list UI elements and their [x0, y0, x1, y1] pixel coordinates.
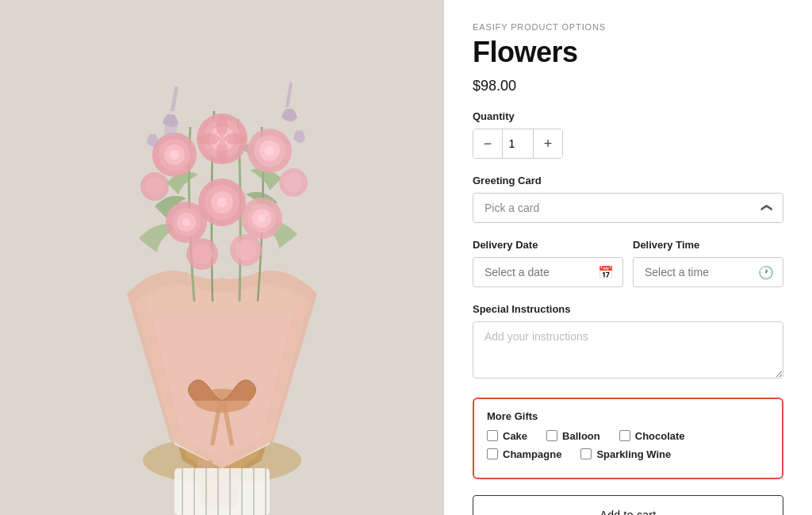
svg-point-14 [265, 146, 274, 156]
gift-label-sparkling-wine: Sparkling Wine [596, 448, 671, 460]
svg-point-10 [170, 150, 179, 159]
quantity-increase-button[interactable]: + [534, 129, 562, 158]
gifts-row-1: Cake Balloon Chocolate [487, 430, 769, 442]
gift-item-sparkling-wine[interactable]: Sparkling Wine [580, 448, 671, 460]
delivery-time-input[interactable] [633, 257, 783, 287]
delivery-time-label: Delivery Time [633, 239, 783, 251]
gift-item-cake[interactable]: Cake [487, 430, 527, 442]
gift-item-balloon[interactable]: Balloon [546, 430, 600, 442]
svg-point-34 [236, 240, 256, 260]
product-details-panel: EASIFY PRODUCT OPTIONS Flowers $98.00 Qu… [444, 0, 812, 515]
add-to-cart-button[interactable]: Add to cart [473, 495, 783, 515]
brand-label: EASIFY PRODUCT OPTIONS [473, 22, 783, 32]
svg-point-22 [258, 214, 266, 222]
greeting-card-select-wrapper: Pick a card Birthday Card Anniversary Ca… [473, 193, 783, 223]
delivery-date-label: Delivery Date [473, 239, 623, 251]
gift-label-champagne: Champagne [503, 448, 561, 460]
gift-checkbox-cake[interactable] [487, 430, 498, 441]
product-price: $98.00 [473, 78, 783, 94]
more-gifts-label: More Gifts [487, 410, 769, 422]
gift-item-chocolate[interactable]: Chocolate [619, 430, 685, 442]
gift-checkbox-chocolate[interactable] [619, 430, 630, 441]
product-image [0, 0, 444, 515]
gift-label-cake: Cake [503, 430, 527, 442]
special-instructions-section: Special Instructions [473, 303, 783, 382]
greeting-card-label: Greeting Card [473, 175, 783, 186]
product-image-panel [0, 0, 444, 515]
delivery-date-input[interactable] [473, 257, 623, 287]
product-title: Flowers [473, 37, 783, 68]
gifts-row-2: Champagne Sparkling Wine [487, 448, 769, 460]
svg-point-32 [192, 244, 213, 264]
more-gifts-section: More Gifts Cake Balloon Chocolate Champa… [473, 398, 783, 479]
delivery-time-input-wrapper: 🕐 [633, 257, 783, 287]
special-instructions-label: Special Instructions [473, 303, 783, 315]
gift-item-champagne[interactable]: Champagne [487, 448, 561, 460]
svg-rect-35 [174, 468, 270, 515]
gift-checkbox-balloon[interactable] [546, 430, 557, 441]
delivery-row: Delivery Date 📅 Delivery Time 🕐 [473, 239, 783, 287]
greeting-card-section: Greeting Card Pick a card Birthday Card … [473, 175, 783, 223]
quantity-input[interactable] [502, 129, 534, 158]
quantity-control: − + [473, 129, 563, 159]
delivery-time-field: Delivery Time 🕐 [633, 239, 783, 287]
quantity-section: Quantity − + [473, 110, 783, 159]
delivery-date-input-wrapper: 📅 [473, 257, 623, 287]
gift-label-chocolate: Chocolate [635, 430, 685, 442]
special-instructions-textarea[interactable] [473, 321, 783, 379]
svg-point-30 [284, 173, 303, 192]
gift-checkbox-sparkling-wine[interactable] [580, 448, 592, 459]
svg-point-26 [217, 198, 227, 207]
svg-point-18 [182, 218, 190, 226]
gift-label-balloon: Balloon [562, 430, 600, 442]
svg-point-28 [145, 177, 164, 196]
greeting-card-select[interactable]: Pick a card Birthday Card Anniversary Ca… [473, 193, 783, 223]
quantity-decrease-button[interactable]: − [473, 129, 502, 158]
delivery-date-field: Delivery Date 📅 [473, 239, 623, 287]
quantity-label: Quantity [473, 110, 783, 122]
gift-checkbox-champagne[interactable] [487, 448, 498, 459]
